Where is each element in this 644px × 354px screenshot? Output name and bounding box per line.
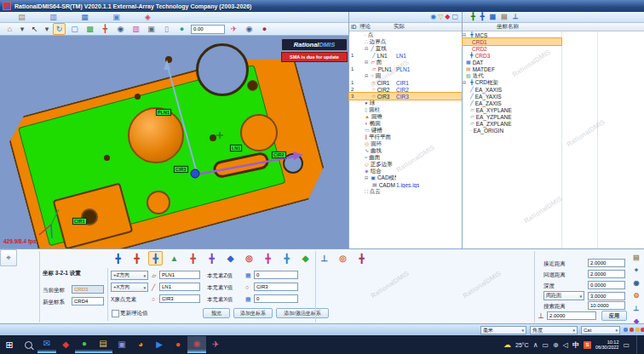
feature-tree-row[interactable]: ▱面 (349, 59, 462, 66)
material-sphere-icon[interactable]: ● (258, 23, 271, 35)
tab-document-icon[interactable]: ▥ (47, 11, 60, 23)
filter-icon[interactable]: ▽ (438, 14, 443, 20)
units-select[interactable]: 毫米▾ (480, 326, 526, 334)
target-strip-icon[interactable]: ⌖ (630, 266, 642, 276)
eye-filter-icon[interactable]: ◉ (430, 14, 436, 20)
cat-select[interactable]: Cat▾ (581, 326, 620, 334)
feature-tree-row[interactable]: ╱直线 (349, 45, 462, 52)
csys-machine-icon[interactable]: ╋ (354, 251, 369, 266)
taskbar-redapp-icon[interactable]: ● (169, 336, 187, 353)
cursor-icon[interactable]: ↖ (28, 23, 41, 35)
tab-window-icon[interactable]: ▣ (110, 11, 123, 23)
eye-icon[interactable]: ◉ (114, 23, 127, 35)
paint-sphere-icon[interactable]: ● (175, 23, 188, 35)
elem-y-input[interactable] (254, 283, 298, 291)
cursor-caret-icon[interactable]: ▾ (43, 23, 50, 35)
probe-strip-icon[interactable]: ⊥ (630, 304, 642, 314)
csys-save-icon[interactable]: ╋ (279, 251, 294, 266)
csys-cube-icon[interactable]: ◆ (223, 251, 238, 266)
x-direction-select[interactable]: +X方向▾ (111, 283, 148, 292)
csys-rotate-icon[interactable]: ╋ (129, 251, 144, 266)
trash-icon[interactable]: ▯ (160, 23, 173, 35)
status-record-icon[interactable] (630, 328, 634, 332)
search-input[interactable] (588, 301, 625, 310)
coordinate-tree-row[interactable]: ▱EA_ZXPLANE (463, 120, 644, 127)
z-direction-select[interactable]: +Z方向▾ (111, 271, 148, 280)
camera-icon[interactable]: ▣ (145, 23, 158, 35)
shield-icon[interactable]: ◆ (445, 14, 450, 20)
taskbar-teams-icon[interactable]: ▣ (112, 336, 131, 353)
clearance-select[interactable]: 间距面▾ (543, 291, 584, 300)
tray-display-icon[interactable]: ▭ (542, 341, 549, 349)
coordinate-tree-row[interactable]: ▤MATDEF (463, 66, 644, 72)
update-banner[interactable]: SMA is due for update (281, 52, 348, 62)
tab-colors-icon[interactable]: ◈ (141, 11, 154, 23)
feature-tree-row[interactable]: ∷点云 (349, 188, 462, 195)
tray-volume-icon[interactable]: ◁ (563, 341, 568, 349)
csys-offset-icon[interactable]: ╋ (261, 251, 275, 266)
taskbar-outlook-icon[interactable]: ✉ (37, 336, 56, 353)
feature-tree-row[interactable]: ▣CAD模型 (349, 174, 462, 181)
status-grid-icon[interactable] (624, 328, 628, 332)
gear-strip-icon[interactable]: ⚙ (630, 291, 642, 301)
col-theoretical[interactable]: 理论 (359, 23, 394, 31)
tab-probe-icon[interactable]: ▤ (15, 11, 28, 23)
taskbar-clock[interactable]: 10:12 06/30/2022 (595, 340, 619, 351)
taskbar-wechat-icon[interactable]: ● (75, 336, 94, 353)
csys-display-icon[interactable]: ╋ (99, 23, 112, 35)
weather-icon[interactable]: ☁ (503, 340, 511, 349)
depth-input[interactable] (588, 281, 625, 289)
view-cube-icon[interactable]: ▩ (83, 23, 96, 35)
taskbar-blueapp-icon[interactable]: ▶ (150, 336, 169, 353)
temperature-readout[interactable]: 25°C (515, 342, 529, 348)
show-desktop-button[interactable] (636, 335, 641, 354)
machine-view-button[interactable]: ⌖ (0, 249, 17, 266)
coordinate-tree-row[interactable]: ╋CRD3 (463, 52, 644, 59)
csys-origin-icon[interactable]: ╋ (186, 251, 200, 266)
new-coord-input[interactable] (72, 297, 104, 305)
taskbar-firefox-icon[interactable]: ◕ (131, 336, 150, 353)
csys-gear-icon[interactable]: ◎ (336, 251, 350, 266)
coordinate-tree-row[interactable]: ╋CRD框架 (463, 79, 644, 86)
csys-probe-icon[interactable]: ⊥ (317, 251, 331, 266)
add-coord-button[interactable]: 添加坐标系 (233, 308, 273, 318)
coordinate-tree-row[interactable]: ╱EA_YAXIS (463, 93, 644, 100)
coordinate-tree-row[interactable]: ▦DAT (463, 59, 644, 66)
csys-list-icon[interactable]: ╋ (480, 14, 485, 20)
col-id[interactable]: ID (349, 24, 359, 30)
taskbar-security-icon[interactable]: ◆ (56, 336, 75, 353)
home-caret-icon[interactable]: ▾ (19, 23, 26, 35)
taskbar-rationaldmis-icon[interactable]: ◉ (187, 336, 206, 353)
add-activate-coord-button[interactable]: 添加/激活坐标系 (276, 308, 329, 318)
csys-tab-icon[interactable]: ╋ (471, 14, 475, 20)
feature-label-ln1[interactable]: LN1 (230, 145, 242, 151)
coordinate-tree-row[interactable]: ▱EA_YZPLANE (463, 113, 644, 120)
color-palette-icon[interactable]: ▥ (129, 23, 142, 35)
csys-grid-icon[interactable]: ▦ (490, 14, 497, 20)
feature-label-pln1[interactable]: PLN1 (156, 109, 171, 116)
report-strip-icon[interactable]: ▤ (630, 253, 642, 263)
angle-select[interactable]: 角度▾ (530, 326, 578, 334)
feature-label-cir2[interactable]: CIR2 (272, 151, 286, 158)
retract-input[interactable] (588, 270, 625, 278)
plane-view-icon[interactable]: ✈ (227, 23, 240, 35)
coordinate-tree-row[interactable]: CRD1 (463, 38, 561, 45)
taskbar-design-icon[interactable]: ✈ (206, 336, 225, 353)
elem-z-input[interactable] (254, 271, 298, 279)
x-feature-input[interactable] (159, 283, 200, 291)
origin-feature-input[interactable] (159, 294, 200, 303)
comment-icon[interactable]: ▢ (451, 14, 458, 20)
orbit-rotate-icon[interactable]: ↻ (53, 23, 66, 35)
marquee-select-icon[interactable]: ▢ (68, 23, 81, 35)
approach-input[interactable] (588, 259, 625, 267)
update-theoretical-checkbox[interactable] (112, 310, 119, 317)
coordinate-tree-row[interactable]: CRD2 (463, 45, 644, 52)
coordinate-tree-row[interactable]: ╋MCS (463, 31, 644, 38)
coordinate-tree-row[interactable]: ▱EA_XYPLANE (463, 106, 644, 113)
tray-expand-icon[interactable]: ∧ (533, 341, 538, 349)
report-icon[interactable]: ▤ (501, 14, 508, 20)
csys-bestfit-icon[interactable]: ▲ (167, 251, 181, 266)
col-actual[interactable]: 实际 (394, 23, 405, 31)
csys-axis-align-icon[interactable]: ╋ (204, 251, 219, 266)
csys-321-icon[interactable]: ╋ (148, 251, 163, 266)
